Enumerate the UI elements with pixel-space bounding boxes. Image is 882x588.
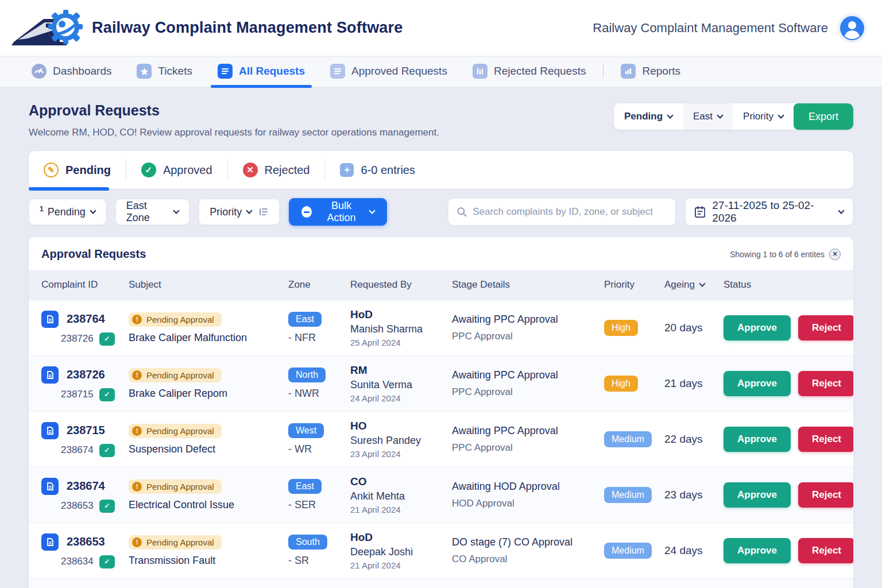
quick-filter-zone[interactable]: East (683, 103, 733, 130)
priority-filter-dropdown[interactable]: Priority (199, 199, 280, 225)
document-icon (41, 533, 59, 551)
nav-label: Rejected Requests (494, 65, 586, 78)
complaint-id[interactable]: 238726 (67, 368, 105, 381)
priority-cell: Medium (604, 543, 664, 559)
nav-item-reports[interactable]: Reports (621, 56, 680, 87)
close-icon[interactable]: ✕ (829, 249, 841, 260)
page-subtitle: Welcome RM, HOD, CO! Review approval req… (29, 127, 439, 138)
zone-code: - NFR (288, 332, 350, 344)
quick-filters: Pending East Priority Export (614, 103, 853, 130)
approve-button[interactable]: Approve (724, 482, 791, 508)
priority-badge: Medium (604, 487, 652, 503)
nav-label: Dashboards (53, 65, 111, 78)
reject-button[interactable]: Reject (798, 315, 853, 341)
quick-filter-status[interactable]: Pending (614, 103, 683, 130)
linked-complaint-id[interactable]: 238653 (61, 500, 94, 512)
stage-text: Awaiting PPC Approval (452, 314, 604, 326)
entries-label: 6-0 entries (361, 164, 415, 177)
complaint-id[interactable]: 238653 (67, 535, 105, 548)
chevron-down-icon (838, 207, 844, 214)
table-row: 238674 238653 ✓ ! Pending Approval Elect… (29, 467, 853, 523)
pending-approval-badge: ! Pending Approval (129, 312, 222, 327)
status-filter-dropdown[interactable]: 1 Pending (29, 199, 106, 225)
pending-approval-badge: ! Pending Approval (129, 424, 222, 438)
linked-complaint-id[interactable]: 238674 (61, 444, 94, 456)
filter-count-badge: 1 (40, 205, 44, 213)
tab-rejected[interactable]: ✕ Rejected (243, 163, 310, 177)
priority-badge: High (604, 320, 638, 336)
reject-button[interactable]: Reject (798, 427, 853, 452)
plus-square-icon: + (340, 163, 354, 177)
ageing-value: 20 days (664, 322, 724, 334)
reject-button[interactable]: Reject (798, 538, 853, 563)
table-row: 238726 238715 ✓ ! Pending Approval Brake… (29, 355, 853, 411)
priority-cell: High (604, 376, 664, 392)
table-row: 238389 238589 ✓ ! Pending Approval Wheel… (29, 578, 853, 588)
nav-divider (603, 64, 604, 78)
zone-cell: East - SER (288, 479, 350, 511)
linked-complaint-id[interactable]: 238715 (61, 389, 94, 400)
zone-badge: West (288, 423, 324, 438)
status-cell: Approve Reject (724, 482, 853, 508)
warning-icon: ! (132, 537, 142, 547)
search-input[interactable] (473, 206, 667, 218)
col-complaint-id: Complaint ID (41, 279, 129, 291)
tab-divider (227, 159, 228, 181)
badge-label: Pending Approval (146, 315, 214, 324)
nav-item-rejected-requests[interactable]: Rejected Requests (473, 56, 586, 87)
nav-label: Tickets (158, 65, 192, 78)
nav-item-all-requests[interactable]: All Requests (218, 56, 305, 87)
request-date: 21 April 2024 (350, 505, 452, 514)
requester-name: Suresh Pandey (350, 435, 452, 447)
main-nav: Dashboards Tickets All Requests Approved… (0, 56, 882, 87)
table-title: Approval Requests (41, 247, 146, 261)
tab-label: Rejected (265, 164, 310, 177)
requester-name: Deepak Joshi (350, 546, 452, 558)
chevron-down-icon (717, 112, 723, 118)
row-actions: Approve Reject (724, 315, 853, 341)
complaint-id[interactable]: 238715 (67, 424, 105, 437)
linked-complaint-id[interactable]: 238726 (61, 333, 94, 345)
badge-label: Pending Approval (146, 482, 214, 492)
complaint-id[interactable]: 238674 (67, 479, 105, 493)
priority-badge: Medium (604, 543, 652, 559)
approve-button[interactable]: Approve (724, 371, 791, 396)
col-requested-by: Requested By (350, 279, 452, 291)
zone-filter-dropdown[interactable]: East Zone (115, 199, 189, 225)
user-avatar[interactable] (837, 13, 867, 43)
warning-icon: ! (132, 370, 142, 380)
stage-text: DO stage (7) CO Approval (452, 536, 604, 548)
reject-button[interactable]: Reject (798, 371, 853, 396)
tab-pending[interactable]: ✎ Pending (44, 163, 111, 177)
approve-button[interactable]: Approve (724, 538, 791, 563)
subject-text: Electrical Control Issue (129, 499, 288, 511)
nav-item-dashboards[interactable]: Dashboards (32, 56, 111, 87)
linked-complaint-id[interactable]: 238634 (61, 556, 94, 567)
warning-icon: ! (132, 315, 142, 324)
zone-code: - NWR (288, 388, 350, 400)
nav-item-tickets[interactable]: Tickets (137, 56, 192, 87)
complaint-id[interactable]: 238764 (67, 312, 105, 326)
reject-button[interactable]: Reject (798, 482, 853, 508)
approve-button[interactable]: Approve (724, 427, 791, 452)
approve-button[interactable]: Approve (724, 315, 791, 341)
subject-cell: ! Pending Approval Electrical Control Is… (129, 479, 288, 511)
subject-cell: ! Pending Approval Suspension Defect (129, 424, 288, 455)
stage-text: Awaiting PPC Approval (452, 425, 604, 437)
tab-approved[interactable]: ✓ Approved (141, 163, 212, 177)
stage-subtext: CO Approval (452, 554, 604, 565)
active-tab-underline (29, 187, 109, 191)
export-button[interactable]: Export (794, 103, 853, 130)
minus-circle-icon (301, 206, 312, 218)
bulk-action-button[interactable]: Bulk Action (289, 198, 387, 226)
pending-approval-badge: ! Pending Approval (129, 479, 222, 494)
col-ageing[interactable]: Ageing (664, 279, 724, 291)
quick-filter-priority[interactable]: Priority (733, 103, 794, 130)
date-range-picker[interactable]: 27-11-2025 to 25-02-2026 (685, 198, 853, 226)
chevron-down-icon (369, 207, 375, 214)
document-icon (41, 311, 59, 328)
stage-subtext: PPC Approval (452, 442, 604, 454)
star-ticket-icon (137, 64, 152, 79)
zone-cell: East - NFR (288, 312, 350, 344)
nav-item-approved-requests[interactable]: Approved Requests (330, 56, 447, 87)
